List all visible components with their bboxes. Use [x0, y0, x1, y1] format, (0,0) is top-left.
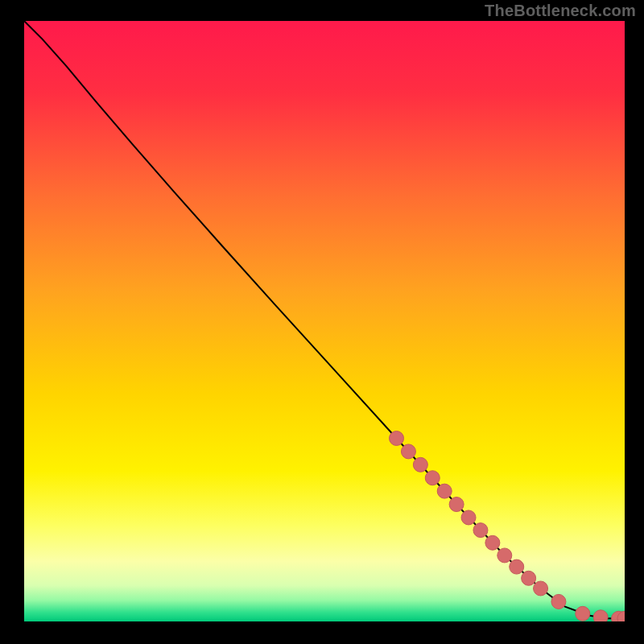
- marker-point: [510, 559, 524, 574]
- marker-point: [485, 535, 500, 550]
- marker-point: [461, 510, 476, 525]
- marker-point: [413, 457, 427, 472]
- marker-point: [390, 431, 404, 445]
- marker-point: [473, 523, 488, 538]
- gradient-background: [24, 21, 625, 621]
- marker-point: [449, 497, 464, 512]
- marker-point: [425, 471, 440, 485]
- watermark-text: TheBottleneck.com: [485, 2, 636, 20]
- marker-point: [593, 610, 608, 621]
- plot-area: [24, 21, 625, 621]
- marker-point: [497, 548, 512, 563]
- chart-svg: [24, 21, 625, 621]
- marker-point: [437, 484, 452, 498]
- marker-point: [534, 581, 548, 596]
- marker-point: [522, 571, 536, 585]
- marker-point: [576, 606, 590, 621]
- chart-root: TheBottleneck.com: [0, 0, 644, 644]
- marker-point: [401, 444, 415, 459]
- marker-point: [551, 594, 566, 609]
